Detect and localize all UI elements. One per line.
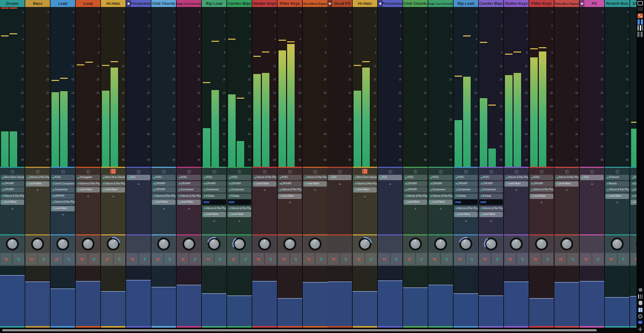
device-enabled-dot[interactable] bbox=[405, 183, 407, 184]
track-header[interactable]: Chill Chords bbox=[403, 0, 428, 7]
device-enabled-dot[interactable] bbox=[506, 177, 508, 179]
monitor-icon[interactable] bbox=[162, 170, 166, 174]
device-chip-level-meter[interactable]: Level Meter bbox=[51, 206, 75, 211]
device-enabled-dot[interactable] bbox=[153, 177, 155, 179]
device-enabled-dot[interactable] bbox=[506, 183, 508, 184]
pan-knob[interactable] bbox=[31, 238, 44, 250]
device-chip-volume-pan-plugin[interactable]: Volume & Pan Plugin bbox=[26, 175, 49, 180]
monitor-icon[interactable] bbox=[590, 170, 594, 174]
add-device-button[interactable]: + bbox=[554, 188, 579, 193]
pan-knob[interactable] bbox=[510, 238, 523, 250]
device-enabled-dot[interactable] bbox=[481, 195, 482, 197]
device-chip-lpf-hpf[interactable]: LPF/HPF bbox=[228, 181, 251, 187]
mute-button[interactable]: M bbox=[404, 253, 415, 265]
mute-button[interactable]: M bbox=[1, 253, 12, 265]
pan-knob[interactable] bbox=[182, 238, 195, 250]
track-header[interactable]: ✱Percussion bbox=[378, 0, 402, 7]
device-chip-volume-pan-plugin[interactable]: Volume & Pan Plugin bbox=[404, 194, 427, 199]
device-chip-level-meter[interactable]: Level Meter bbox=[530, 194, 553, 199]
monitor-icon[interactable] bbox=[540, 170, 544, 174]
pan-knob[interactable] bbox=[233, 238, 246, 250]
monitor-icon[interactable] bbox=[489, 170, 493, 174]
device-enabled-dot[interactable] bbox=[405, 195, 407, 197]
device-chip-lpf-hpf[interactable]: LPF/HPF bbox=[177, 181, 201, 187]
mute-button[interactable]: M bbox=[127, 253, 138, 265]
volume-fader[interactable] bbox=[327, 282, 352, 326]
device-enabled-dot[interactable] bbox=[204, 177, 206, 179]
device-chip-lpf-hpf[interactable]: LPF/HPF bbox=[1, 181, 24, 187]
volume-fader[interactable] bbox=[453, 293, 478, 326]
meter-bars-white-icon[interactable] bbox=[638, 25, 643, 31]
device-enabled-dot[interactable] bbox=[2, 189, 4, 191]
add-device-button[interactable]: + bbox=[479, 219, 503, 224]
device-enabled-dot[interactable] bbox=[481, 214, 482, 216]
mute-button[interactable]: M bbox=[51, 253, 62, 265]
device-enabled-dot[interactable] bbox=[430, 195, 432, 197]
device-chip-level-meter[interactable]: Level Meter bbox=[152, 199, 175, 205]
track-header[interactable]: ✱FX bbox=[580, 0, 604, 7]
device-enabled-dot[interactable] bbox=[229, 177, 231, 179]
device-enabled-dot[interactable] bbox=[254, 177, 256, 179]
mixer-blue-icon[interactable] bbox=[638, 308, 642, 312]
solo-button[interactable]: S bbox=[492, 253, 503, 265]
mute-button[interactable]: M bbox=[631, 253, 636, 265]
device-chip-micro-drum-sampler[interactable]: Micro Drum Sampler bbox=[1, 175, 24, 180]
device-enabled-dot[interactable] bbox=[2, 183, 4, 184]
add-device-button[interactable]: + bbox=[151, 207, 176, 211]
device-chip-volume-pan-plugin[interactable]: Volume & Pan Plugin bbox=[504, 175, 528, 180]
device-enabled-dot[interactable] bbox=[2, 202, 4, 203]
device-chip-lpf-hpf[interactable]: LPF/HPF bbox=[278, 181, 302, 187]
add-device-button[interactable]: + bbox=[277, 201, 302, 205]
device-enabled-dot[interactable] bbox=[254, 183, 256, 184]
device-chip-lpf-hpf[interactable]: LPF/HPF bbox=[51, 194, 75, 199]
add-device-button[interactable]: + bbox=[101, 195, 126, 199]
device-enabled-dot[interactable] bbox=[229, 183, 231, 184]
solo-button[interactable]: S bbox=[441, 253, 452, 265]
monitor-icon[interactable] bbox=[616, 170, 619, 174]
device-enabled-dot[interactable] bbox=[53, 208, 54, 209]
device-enabled-dot[interactable] bbox=[179, 189, 180, 191]
device-chip-volume-pan-plugin[interactable]: Volume & Pan Plugin bbox=[1, 194, 24, 199]
add-device-button[interactable]: + bbox=[630, 207, 636, 211]
device-chip-4osc[interactable]: 4OSC bbox=[429, 175, 452, 180]
device-enabled-dot[interactable] bbox=[355, 177, 356, 179]
monitor-icon[interactable] bbox=[61, 170, 65, 174]
add-device-button[interactable]: + bbox=[504, 188, 529, 193]
device-chip-volume-pan-plugin[interactable]: Volume & Pan Plugin bbox=[555, 175, 579, 180]
monitor-icon[interactable] bbox=[515, 170, 518, 174]
device-chip-s-delay[interactable]: S:Delay bbox=[454, 194, 478, 199]
device-chip-lpf-hpf[interactable]: LPF/HPF bbox=[1, 187, 24, 193]
add-device-button[interactable]: + bbox=[327, 182, 352, 187]
monitor-icon[interactable] bbox=[313, 170, 317, 174]
device-chip-level-meter[interactable]: Level Meter bbox=[76, 187, 100, 193]
solo-button[interactable]: S bbox=[466, 253, 478, 265]
volume-fader[interactable] bbox=[580, 281, 604, 326]
add-device-button[interactable]: + bbox=[50, 213, 75, 217]
device-enabled-dot[interactable] bbox=[405, 202, 407, 203]
volume-fader[interactable] bbox=[151, 287, 176, 326]
device-enabled-dot[interactable] bbox=[481, 177, 482, 179]
device-chip-4osc[interactable]: 4OSC bbox=[152, 175, 175, 180]
panel-dim-icon[interactable] bbox=[638, 7, 643, 11]
mute-button[interactable]: M bbox=[479, 253, 491, 265]
solo-button[interactable]: S bbox=[215, 253, 226, 265]
solo-button[interactable]: S bbox=[567, 253, 579, 265]
device-chip-lpf-hpf[interactable]: LPF/HPF bbox=[202, 181, 226, 187]
device-enabled-dot[interactable] bbox=[27, 177, 29, 179]
device-enabled-dot[interactable] bbox=[330, 177, 331, 179]
mute-button[interactable]: M bbox=[202, 253, 214, 265]
add-device-button[interactable]: + bbox=[580, 182, 604, 187]
device-enabled-dot[interactable] bbox=[531, 189, 533, 191]
solo-button[interactable]: S bbox=[13, 253, 24, 265]
device-enabled-dot[interactable] bbox=[53, 195, 54, 197]
add-device-button[interactable]: + bbox=[453, 219, 478, 224]
device-chip-level-meter[interactable]: Level Meter bbox=[202, 212, 226, 217]
device-chip-volume-pan-plugin[interactable]: Volume & Pan Plugin bbox=[605, 187, 629, 193]
device-enabled-dot[interactable] bbox=[456, 195, 457, 197]
add-device-button[interactable]: + bbox=[605, 201, 630, 205]
group-icon[interactable]: ✱ bbox=[327, 0, 332, 7]
device-chip-volume-pan-plugin[interactable]: Volume & Pan Plugin bbox=[76, 181, 100, 187]
track-header[interactable]: Rip Lead bbox=[453, 0, 478, 7]
volume-fader[interactable] bbox=[76, 281, 100, 326]
solo-button[interactable]: S bbox=[517, 253, 528, 265]
